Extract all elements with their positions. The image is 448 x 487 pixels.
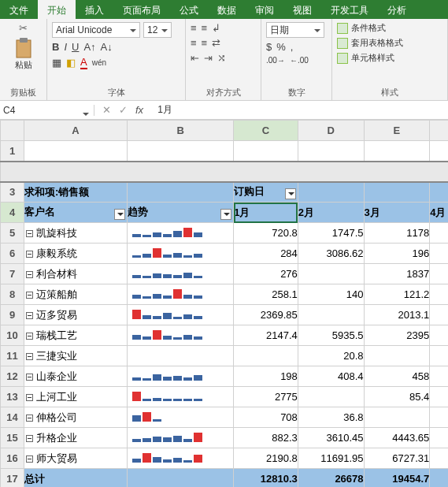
formula-input[interactable]: 1月 — [151, 103, 448, 117]
value-cell[interactable] — [234, 346, 298, 366]
tab-home[interactable]: 开始 — [38, 0, 76, 19]
font-name-select[interactable]: Arial Unicode — [52, 22, 140, 38]
row-header-7[interactable]: 7 — [1, 264, 24, 284]
value-cell[interactable]: 198 — [234, 366, 298, 387]
value-cell[interactable]: 2 — [430, 387, 448, 407]
header-customer[interactable]: 客户名 — [24, 203, 128, 223]
value-cell[interactable]: 2013.1 — [364, 305, 430, 325]
borders-button[interactable]: ▦ — [52, 57, 61, 69]
header-trend[interactable]: 趋势 — [128, 203, 234, 223]
collapse-icon[interactable] — [26, 353, 33, 360]
increase-decimal-button[interactable]: .00→ — [266, 56, 285, 65]
value-cell[interactable]: 882.3 — [234, 428, 298, 448]
select-all-corner[interactable] — [1, 121, 24, 141]
fx-icon[interactable]: fx — [135, 104, 143, 116]
value-cell[interactable]: 3086.62 — [298, 244, 364, 264]
conditional-format-button[interactable]: 条件格式 — [337, 22, 442, 34]
value-cell[interactable]: 36.8 — [298, 407, 364, 428]
increase-font-button[interactable]: A↑ — [83, 41, 95, 53]
value-cell[interactable]: 276 — [234, 264, 298, 284]
value-cell[interactable]: 1837 — [364, 264, 430, 284]
value-cell[interactable]: 20.8 — [298, 346, 364, 366]
value-cell[interactable] — [364, 407, 430, 428]
collapse-icon[interactable] — [26, 374, 33, 381]
customer-cell[interactable]: 三捷实业 — [24, 346, 128, 366]
indent-dec-button[interactable]: ⇤ — [191, 52, 199, 64]
value-cell[interactable]: 196 — [364, 244, 430, 264]
tab-formulas[interactable]: 公式 — [170, 0, 208, 19]
customer-cell[interactable]: 迈策船舶 — [24, 284, 128, 305]
row-header-9[interactable]: 9 — [1, 305, 24, 325]
tab-view[interactable]: 视图 — [283, 0, 321, 19]
header-m1[interactable]: 1月 — [234, 203, 298, 223]
value-cell[interactable] — [298, 305, 364, 325]
collapse-icon[interactable] — [26, 251, 33, 258]
customer-cell[interactable]: 师大贸易 — [24, 448, 128, 469]
number-format-select[interactable]: 日期 — [266, 22, 324, 38]
fill-color-button[interactable]: ◧ — [66, 57, 76, 69]
value-cell[interactable]: 140 — [298, 284, 364, 305]
tab-file[interactable]: 文件 — [0, 0, 38, 19]
value-cell[interactable] — [430, 407, 448, 428]
row-header-1[interactable]: 1 — [1, 141, 24, 162]
value-cell[interactable]: 2395 — [364, 325, 430, 346]
value-cell[interactable]: 24 — [430, 428, 448, 448]
value-cell[interactable] — [364, 346, 430, 366]
col-header-b[interactable]: B — [128, 121, 234, 141]
customer-cell[interactable]: 升格企业 — [24, 428, 128, 448]
font-size-select[interactable]: 12 — [143, 22, 172, 38]
row-header-17[interactable]: 17 — [1, 469, 24, 488]
collapse-icon[interactable] — [26, 394, 33, 401]
row-header-10[interactable]: 10 — [1, 325, 24, 346]
align-middle-button[interactable]: ≡ — [202, 22, 208, 34]
collapse-icon[interactable] — [26, 271, 33, 278]
value-cell[interactable] — [298, 387, 364, 407]
value-cell[interactable] — [430, 366, 448, 387]
value-cell[interactable]: 10 — [430, 284, 448, 305]
col-header-f[interactable]: F — [430, 121, 448, 141]
phonetic-button[interactable]: wén — [92, 58, 106, 67]
tab-data[interactable]: 数据 — [208, 0, 246, 19]
row-header-6[interactable]: 6 — [1, 244, 24, 264]
value-cell[interactable]: 2775 — [234, 387, 298, 407]
align-top-button[interactable]: ≡ — [191, 22, 197, 34]
value-cell[interactable]: 6727.31 — [364, 448, 430, 469]
align-center-button[interactable]: ≡ — [202, 37, 208, 49]
tab-review[interactable]: 审阅 — [246, 0, 283, 19]
collapse-icon[interactable] — [26, 230, 33, 237]
header-m4[interactable]: 4月 — [430, 203, 448, 223]
decrease-decimal-button[interactable]: ←.00 — [290, 56, 309, 65]
collapse-icon[interactable] — [26, 455, 33, 463]
cut-icon[interactable]: ✂ — [19, 22, 28, 34]
row-header-13[interactable]: 13 — [1, 387, 24, 407]
tab-dev[interactable]: 开发工具 — [321, 0, 378, 19]
value-cell[interactable] — [430, 244, 448, 264]
filter-icon[interactable] — [220, 209, 231, 220]
cell-styles-button[interactable]: 单元格样式 — [337, 52, 442, 64]
collapse-icon[interactable] — [26, 435, 33, 442]
filter-icon[interactable] — [285, 188, 296, 199]
decrease-font-button[interactable]: A↓ — [101, 41, 113, 53]
percent-button[interactable]: % — [276, 41, 286, 53]
value-cell[interactable] — [430, 346, 448, 366]
indent-inc-button[interactable]: ⇥ — [204, 52, 213, 64]
bold-button[interactable]: B — [52, 41, 59, 53]
col-header-e[interactable]: E — [364, 121, 430, 141]
row-header-4[interactable]: 4 — [1, 203, 24, 223]
row-header-16[interactable]: 16 — [1, 448, 24, 469]
customer-cell[interactable]: 迈多贸易 — [24, 305, 128, 325]
comma-button[interactable]: , — [291, 41, 294, 53]
worksheet[interactable]: A B C D E F 1 3 求和项:销售额 订购日 4 客户名 趋势 1月 … — [0, 120, 448, 487]
tab-insert[interactable]: 插入 — [76, 0, 113, 19]
value-cell[interactable]: 11691.95 — [298, 448, 364, 469]
row-header-3[interactable]: 3 — [1, 182, 24, 203]
name-box[interactable]: C4 — [0, 105, 94, 116]
underline-button[interactable]: U — [72, 41, 79, 53]
customer-cell[interactable]: 利合材料 — [24, 264, 128, 284]
value-cell[interactable] — [298, 264, 364, 284]
row-header-14[interactable]: 14 — [1, 407, 24, 428]
collapse-icon[interactable] — [26, 415, 33, 422]
wrap-button[interactable]: ↲ — [212, 22, 220, 34]
row-header-5[interactable]: 5 — [1, 223, 24, 244]
row-header-12[interactable]: 12 — [1, 366, 24, 387]
